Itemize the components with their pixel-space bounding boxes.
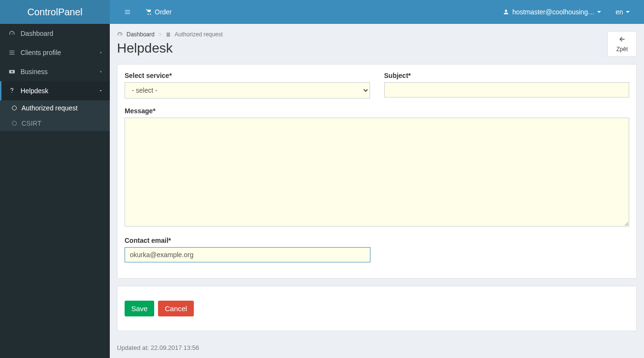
order-link[interactable]: Order — [138, 3, 179, 21]
sidebar-item-label: Business — [21, 68, 48, 76]
building-icon — [166, 32, 171, 37]
lang-menu[interactable]: en — [608, 3, 637, 21]
cancel-button[interactable]: Cancel — [158, 301, 194, 316]
sidebar-subitem-authorized-request[interactable]: Authorized request — [0, 100, 110, 116]
circle-icon — [12, 121, 17, 126]
user-display: hostmaster@coolhousing… — [512, 8, 594, 16]
caret-down-icon — [597, 11, 601, 13]
form-box: Select service* - select - Subject* Mess… — [117, 64, 637, 279]
money-icon — [7, 68, 17, 75]
order-label: Order — [155, 8, 172, 16]
circle-icon — [12, 106, 17, 110]
tachometer-icon — [7, 30, 17, 37]
cart-icon — [145, 9, 152, 15]
subject-input[interactable] — [384, 82, 630, 98]
sidebar-item-label: Clients profile — [21, 49, 61, 56]
user-menu[interactable]: hostmaster@coolhousing… — [496, 3, 608, 21]
sidebar-item-helpdesk[interactable]: Helpdesk — [0, 81, 110, 100]
lang-label: en — [615, 8, 623, 16]
footer-updated: Updated at: 22.09.2017 13:56 — [117, 338, 637, 357]
chevron-left-icon — [99, 51, 103, 54]
email-input[interactable] — [125, 247, 370, 262]
sidebar-toggle-button[interactable] — [117, 4, 138, 20]
chevron-down-icon — [99, 89, 103, 93]
sidebar-subitem-csirt[interactable]: CSIRT — [0, 116, 110, 131]
back-label: Zpět — [616, 46, 628, 53]
message-label: Message* — [125, 107, 629, 115]
brand-logo[interactable]: ControlPanel — [0, 0, 110, 24]
list-icon — [7, 49, 17, 56]
breadcrumb-root[interactable]: Dashboard — [127, 31, 155, 38]
page-title: Helpdesk — [117, 41, 222, 56]
arrow-left-icon — [616, 35, 628, 45]
message-textarea[interactable] — [125, 118, 629, 227]
service-select[interactable]: - select - — [125, 82, 370, 98]
tachometer-icon — [117, 32, 123, 37]
sidebar-item-dashboard[interactable]: Dashboard — [0, 24, 110, 43]
sidebar-item-label: Dashboard — [21, 30, 53, 37]
breadcrumb-separator: > — [158, 31, 162, 38]
sidebar-item-business[interactable]: Business — [0, 62, 110, 81]
user-icon — [503, 9, 509, 15]
caret-down-icon — [626, 11, 630, 13]
email-label: Contact email* — [125, 237, 370, 244]
sidebar: ControlPanel Dashboard Clients profile — [0, 0, 110, 358]
breadcrumb-current: Authorized request — [175, 31, 223, 38]
sidebar-subitem-label: CSIRT — [21, 119, 42, 127]
topbar: Order hostmaster@coolhousing… en — [110, 0, 644, 24]
question-icon — [7, 87, 17, 94]
sidebar-subitem-label: Authorized request — [21, 104, 78, 112]
sidebar-item-label: Helpdesk — [21, 87, 48, 95]
subject-label: Subject* — [384, 72, 630, 79]
sidebar-item-clients-profile[interactable]: Clients profile — [0, 43, 110, 62]
service-label: Select service* — [125, 72, 370, 79]
bars-icon — [124, 9, 131, 15]
save-button[interactable]: Save — [125, 301, 154, 316]
chevron-left-icon — [99, 70, 103, 74]
breadcrumb: Dashboard > Authorized request — [117, 31, 222, 38]
actions-box: Save Cancel — [117, 286, 637, 331]
back-button[interactable]: Zpět — [607, 31, 637, 57]
